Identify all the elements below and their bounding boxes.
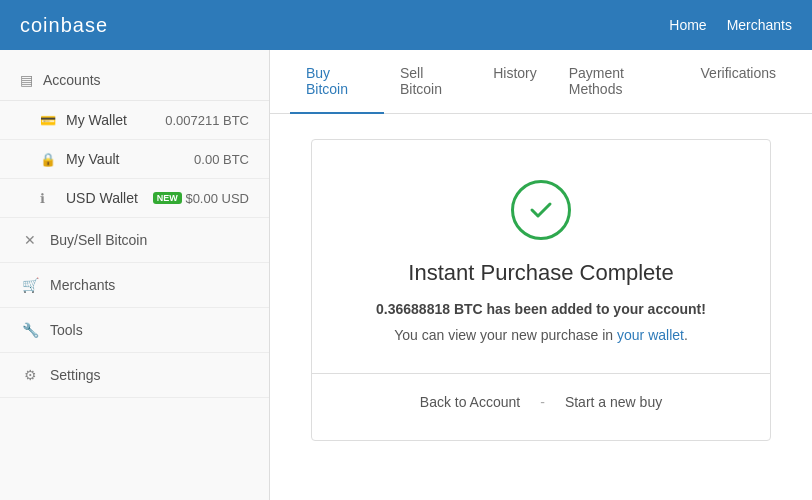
header-nav: Home Merchants	[669, 17, 792, 33]
merchants-icon: 🛒	[20, 277, 40, 293]
buy-sell-icon: ✕	[20, 232, 40, 248]
wallet-label: My Wallet	[66, 112, 127, 128]
settings-label: Settings	[50, 367, 101, 383]
nav-home[interactable]: Home	[669, 17, 706, 33]
vault-icon: 🔒	[40, 152, 56, 167]
wallet-value: 0.007211 BTC	[165, 113, 249, 128]
tab-history[interactable]: History	[477, 50, 553, 114]
wallet-icon: 💳	[40, 113, 56, 128]
tab-payment-methods[interactable]: Payment Methods	[553, 50, 685, 114]
sidebar-item-tools[interactable]: 🔧 Tools	[0, 308, 269, 353]
tabs: Buy Bitcoin Sell Bitcoin History Payment…	[270, 50, 812, 114]
accounts-section: ▤ Accounts	[0, 60, 269, 101]
accounts-label: Accounts	[43, 72, 101, 88]
sidebar: ▤ Accounts 💳 My Wallet 0.007211 BTC 🔒 My…	[0, 50, 270, 500]
success-divider	[312, 373, 770, 374]
wallet-link[interactable]: your wallet	[617, 327, 684, 343]
tools-icon: 🔧	[20, 322, 40, 338]
tools-label: Tools	[50, 322, 83, 338]
success-sub-end: .	[684, 327, 688, 343]
header: coinbase Home Merchants	[0, 0, 812, 50]
sidebar-item-my-vault[interactable]: 🔒 My Vault 0.00 BTC	[0, 140, 269, 179]
sidebar-item-my-wallet[interactable]: 💳 My Wallet 0.007211 BTC	[0, 101, 269, 140]
success-sub-text: You can view your new purchase in	[394, 327, 617, 343]
buy-sell-label: Buy/Sell Bitcoin	[50, 232, 147, 248]
success-sub: You can view your new purchase in your w…	[342, 327, 740, 343]
checkmark-icon	[527, 196, 555, 224]
settings-icon: ⚙	[20, 367, 40, 383]
success-card: Instant Purchase Complete 0.36688818 BTC…	[311, 139, 771, 441]
start-new-buy-link[interactable]: Start a new buy	[565, 394, 662, 410]
tab-sell-bitcoin[interactable]: Sell Bitcoin	[384, 50, 477, 114]
new-badge: NEW	[153, 192, 182, 204]
logo: coinbase	[20, 14, 108, 37]
accounts-icon: ▤	[20, 72, 33, 88]
success-actions: Back to Account - Start a new buy	[342, 394, 740, 410]
success-title: Instant Purchase Complete	[342, 260, 740, 286]
back-to-account-link[interactable]: Back to Account	[420, 394, 520, 410]
merchants-label: Merchants	[50, 277, 115, 293]
tab-buy-bitcoin[interactable]: Buy Bitcoin	[290, 50, 384, 114]
nav-merchants[interactable]: Merchants	[727, 17, 792, 33]
tab-verifications[interactable]: Verifications	[685, 50, 792, 114]
usd-label: USD Wallet	[66, 190, 138, 206]
vault-label: My Vault	[66, 151, 119, 167]
content-area: Instant Purchase Complete 0.36688818 BTC…	[270, 114, 812, 466]
success-icon	[511, 180, 571, 240]
success-detail: 0.36688818 BTC has been added to your ac…	[342, 301, 740, 317]
sidebar-item-settings[interactable]: ⚙ Settings	[0, 353, 269, 398]
layout: ▤ Accounts 💳 My Wallet 0.007211 BTC 🔒 My…	[0, 50, 812, 500]
usd-value: $0.00 USD	[185, 191, 249, 206]
usd-icon: ℹ	[40, 191, 56, 206]
action-separator: -	[540, 394, 545, 410]
sidebar-item-buy-sell[interactable]: ✕ Buy/Sell Bitcoin	[0, 218, 269, 263]
sidebar-item-usd-wallet[interactable]: ℹ USD Wallet NEW $0.00 USD	[0, 179, 269, 218]
vault-value: 0.00 BTC	[194, 152, 249, 167]
main-content: Buy Bitcoin Sell Bitcoin History Payment…	[270, 50, 812, 500]
sidebar-item-merchants[interactable]: 🛒 Merchants	[0, 263, 269, 308]
